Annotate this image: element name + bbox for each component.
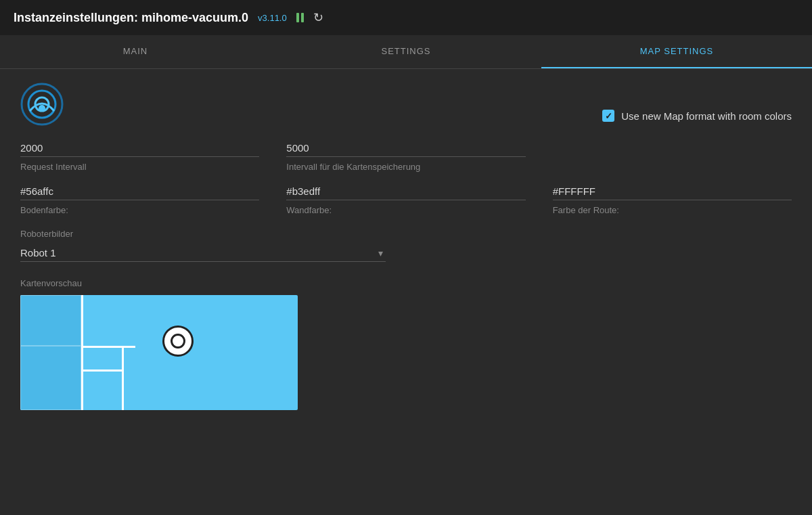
- preview-label: Kartenvorschau: [20, 278, 792, 288]
- request-interval-col: 2000 Request Intervall: [20, 142, 286, 172]
- robot-outer-circle: [162, 326, 194, 357]
- tabs-bar: MAIN SETTINGS MAP SETTINGS: [0, 35, 812, 69]
- tab-main[interactable]: MAIN: [0, 35, 271, 68]
- tab-map-settings[interactable]: MAP SETTINGS: [541, 35, 812, 68]
- save-interval-label: Intervall für die Kartenspeicherung: [286, 162, 420, 172]
- map-preview-section: Kartenvorschau: [20, 278, 792, 410]
- floor-color-label: Bodenfarbe:: [20, 205, 68, 215]
- colors-row: #56affc Bodenfarbe: #b3edff Wandfarbe: #…: [20, 185, 792, 215]
- request-interval-label: Request Intervall: [20, 162, 87, 172]
- robot-dropdown-wrapper: Robot 1 Robot 2 Robot 3 ▾: [20, 244, 386, 262]
- wall-vertical-1: [81, 295, 83, 410]
- request-interval-value[interactable]: 2000: [20, 142, 259, 157]
- intervals-row: 2000 Request Intervall 5000 Intervall fü…: [20, 142, 792, 172]
- roboter-images-label: Roboterbilder: [20, 229, 792, 239]
- robot-inner-circle: [171, 334, 185, 349]
- pause-icon[interactable]: [296, 13, 304, 22]
- new-map-format-row: ✓ Use new Map format with room colors: [602, 110, 792, 122]
- save-interval-value[interactable]: 5000: [286, 142, 525, 157]
- route-color-label: Farbe der Route:: [553, 205, 619, 215]
- wall-color-value[interactable]: #b3edff: [286, 185, 525, 200]
- robot-icon: [162, 326, 194, 357]
- refresh-icon[interactable]: ↻: [313, 10, 323, 25]
- wall-vertical-2: [122, 346, 124, 410]
- wall-horizontal-1: [81, 346, 135, 348]
- version-badge: v3.11.0: [258, 13, 287, 23]
- header: Instanzeinstellungen: mihome-vacuum.0 v3…: [0, 0, 812, 35]
- main-content: ✓ Use new Map format with room colors 20…: [0, 69, 812, 424]
- new-map-format-label: Use new Map format with room colors: [621, 110, 792, 122]
- new-map-format-checkbox[interactable]: ✓: [602, 110, 614, 122]
- route-color-value[interactable]: #FFFFFF: [553, 185, 792, 200]
- map-preview: [20, 295, 298, 410]
- check-icon: ✓: [605, 111, 612, 121]
- wall-horizontal-2: [81, 370, 122, 372]
- room-bottom-left: [20, 346, 81, 410]
- robot-dropdown[interactable]: Robot 1 Robot 2 Robot 3: [20, 244, 386, 262]
- floor-color-value[interactable]: #56affc: [20, 185, 259, 200]
- svg-point-3: [39, 105, 45, 112]
- tab-settings[interactable]: SETTINGS: [271, 35, 541, 68]
- brand-logo: [20, 83, 64, 127]
- floor-color-col: #56affc Bodenfarbe:: [20, 185, 286, 215]
- route-color-col: #FFFFFF Farbe der Route:: [553, 185, 792, 215]
- wall-color-label: Wandfarbe:: [286, 205, 332, 215]
- page-title: Instanzeinstellungen: mihome-vacuum.0: [14, 11, 248, 25]
- roboter-images-section: Roboterbilder Robot 1 Robot 2 Robot 3 ▾: [20, 229, 792, 262]
- wall-color-col: #b3edff Wandfarbe:: [286, 185, 552, 215]
- empty-col: [553, 142, 792, 172]
- room-top-left: [20, 295, 81, 346]
- save-interval-col: 5000 Intervall für die Kartenspeicherung: [286, 142, 552, 172]
